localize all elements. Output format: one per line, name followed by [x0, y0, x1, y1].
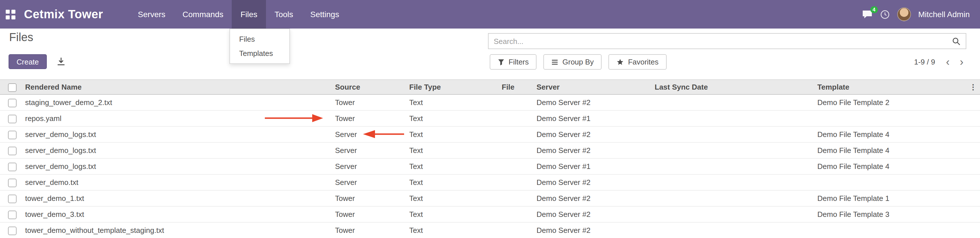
- checkbox-cell: [0, 143, 23, 159]
- filters-button[interactable]: Filters: [490, 54, 537, 70]
- pager-next-button[interactable]: ›: [956, 57, 967, 67]
- cell-file-type: Text: [407, 127, 500, 143]
- files-list-table: Rendered Name Source File Type File Serv…: [0, 79, 980, 238]
- search-input[interactable]: [488, 37, 947, 45]
- activity-clock-button[interactable]: [880, 10, 889, 19]
- cell-file: [500, 127, 534, 143]
- column-header[interactable]: Source: [333, 79, 407, 94]
- cell-file: [500, 143, 534, 159]
- dropdown-item[interactable]: Templates: [230, 46, 290, 60]
- download-icon: [57, 57, 66, 66]
- pager-previous-button[interactable]: ‹: [942, 57, 954, 67]
- table-row[interactable]: tower_demo_without_template_staging.txt …: [0, 222, 980, 238]
- row-checkbox[interactable]: [8, 130, 17, 139]
- cell-rendered-name: tower_demo_1.txt: [23, 190, 333, 206]
- cell-last-sync-date: [652, 190, 815, 206]
- table-row[interactable]: server_demo_logs.txt Server Text Demo Se…: [0, 159, 980, 175]
- avatar[interactable]: [897, 8, 911, 21]
- group-by-button[interactable]: Group By: [544, 54, 602, 70]
- app-window: Cetmix Tower Servers Commands Files Tool…: [0, 0, 980, 238]
- table-body: staging_tower_demo_2.txt Tower Text Demo…: [0, 94, 980, 238]
- cell-server: Demo Server #2: [534, 206, 652, 222]
- column-header[interactable]: File: [500, 79, 534, 94]
- cell-options: [966, 127, 980, 143]
- table-row[interactable]: server_demo_logs.txt Server Text Demo Se…: [0, 143, 980, 159]
- cell-options: [966, 159, 980, 175]
- messages-button[interactable]: 4: [862, 10, 872, 19]
- pager-range: 1-9 / 9: [914, 58, 940, 66]
- action-buttons: Create: [9, 54, 67, 69]
- column-header[interactable]: File Type: [407, 79, 500, 94]
- table-row[interactable]: server_demo.txt Server Text Demo Server …: [0, 175, 980, 190]
- row-checkbox[interactable]: [8, 194, 17, 203]
- cell-last-sync-date: [652, 206, 815, 222]
- cell-source: Server: [333, 175, 407, 190]
- table-row[interactable]: tower_demo_1.txt Tower Text Demo Server …: [0, 190, 980, 206]
- table-row[interactable]: tower_demo_3.txt Tower Text Demo Server …: [0, 206, 980, 222]
- optional-columns-toggle[interactable]: ⋮: [966, 79, 980, 94]
- cell-rendered-name: server_demo_logs.txt: [23, 143, 333, 159]
- apps-menu-button[interactable]: [0, 0, 21, 29]
- column-header[interactable]: Server: [534, 79, 652, 94]
- row-checkbox[interactable]: [8, 114, 17, 123]
- cell-options: [966, 110, 980, 127]
- table-row[interactable]: repos.yaml Tower Text Demo Server #1: [0, 110, 980, 127]
- menu-item[interactable]: Files: [232, 0, 266, 29]
- checkbox-cell: [0, 175, 23, 190]
- column-header[interactable]: Rendered Name: [23, 79, 333, 94]
- column-header[interactable]: Template: [815, 79, 966, 94]
- cell-rendered-name: tower_demo_3.txt: [23, 206, 333, 222]
- row-checkbox[interactable]: [8, 226, 17, 235]
- cell-template: Demo File Template 2: [815, 94, 966, 110]
- cell-template: Demo File Template 4: [815, 127, 966, 143]
- export-button[interactable]: [56, 56, 67, 67]
- favorites-button[interactable]: Favorites: [609, 54, 667, 70]
- menu-item-label: Files: [240, 10, 258, 19]
- table-row[interactable]: staging_tower_demo_2.txt Tower Text Demo…: [0, 94, 980, 110]
- cell-template: [815, 222, 966, 238]
- user-name[interactable]: Mitchell Admin: [918, 10, 970, 19]
- cell-file-type: Text: [407, 222, 500, 238]
- cell-file-type: Text: [407, 159, 500, 175]
- table-row[interactable]: server_demo_logs.txt Server Text Demo Se…: [0, 127, 980, 143]
- cell-template: Demo File Template 1: [815, 190, 966, 206]
- cell-file-type: Text: [407, 175, 500, 190]
- dropdown-item[interactable]: Files: [230, 32, 290, 46]
- row-checkbox[interactable]: [8, 146, 17, 155]
- create-button[interactable]: Create: [9, 54, 47, 69]
- menu-item[interactable]: Servers: [129, 0, 174, 29]
- cell-file: [500, 206, 534, 222]
- row-checkbox[interactable]: [8, 210, 17, 219]
- cell-rendered-name: server_demo_logs.txt: [23, 159, 333, 175]
- menu-item-label: Servers: [138, 10, 165, 19]
- row-checkbox[interactable]: [8, 162, 17, 171]
- cell-last-sync-date: [652, 159, 815, 175]
- app-title: Cetmix Tower: [24, 8, 103, 21]
- search-icon[interactable]: [947, 37, 966, 45]
- cell-file-type: Text: [407, 110, 500, 127]
- cell-server: Demo Server #2: [534, 127, 652, 143]
- filters-label: Filters: [509, 58, 529, 66]
- dropdown-item-label: Templates: [239, 49, 273, 58]
- menu-item[interactable]: Tools: [266, 0, 302, 29]
- search-box: [488, 33, 966, 49]
- cell-rendered-name: staging_tower_demo_2.txt: [23, 94, 333, 110]
- menu-item[interactable]: Settings: [302, 0, 348, 29]
- row-checkbox[interactable]: [8, 98, 17, 107]
- row-checkbox[interactable]: [8, 178, 17, 187]
- cell-last-sync-date: [652, 175, 815, 190]
- select-all-checkbox[interactable]: [8, 83, 17, 92]
- group-by-icon: [552, 59, 558, 65]
- cell-last-sync-date: [652, 127, 815, 143]
- cell-last-sync-date: [652, 222, 815, 238]
- cell-server: Demo Server #1: [534, 110, 652, 127]
- menu-item-label: Settings: [310, 10, 339, 19]
- star-icon: [617, 58, 624, 66]
- group-by-label: Group By: [563, 58, 594, 66]
- checkbox-cell: [0, 94, 23, 110]
- pager: 1-9 / 9 ‹ ›: [914, 54, 967, 70]
- menu-item[interactable]: Commands: [174, 0, 232, 29]
- cell-file: [500, 159, 534, 175]
- cell-file-type: Text: [407, 143, 500, 159]
- column-header[interactable]: Last Sync Date: [652, 79, 815, 94]
